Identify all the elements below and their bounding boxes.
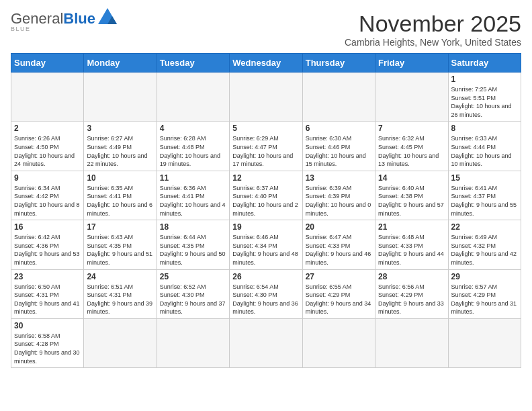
day-info: Sunrise: 6:36 AM Sunset: 4:41 PM Dayligh…: [160, 184, 226, 218]
calendar-day-cell: [302, 73, 375, 122]
day-info: Sunrise: 6:48 AM Sunset: 4:33 PM Dayligh…: [378, 233, 445, 267]
calendar-day-cell: 13Sunrise: 6:39 AM Sunset: 4:39 PM Dayli…: [302, 171, 375, 220]
day-info: Sunrise: 6:47 AM Sunset: 4:33 PM Dayligh…: [306, 233, 372, 267]
calendar-day-cell: [84, 318, 157, 367]
calendar-week-row: 1Sunrise: 7:25 AM Sunset: 5:51 PM Daylig…: [11, 73, 521, 122]
calendar-day-cell: 24Sunrise: 6:51 AM Sunset: 4:31 PM Dayli…: [84, 269, 157, 318]
calendar-header-row: SundayMondayTuesdayWednesdayThursdayFrid…: [11, 54, 521, 73]
calendar-day-cell: 14Sunrise: 6:40 AM Sunset: 4:38 PM Dayli…: [375, 171, 448, 220]
day-number: 11: [160, 173, 226, 183]
day-number: 29: [451, 272, 518, 281]
day-number: 12: [232, 173, 299, 183]
day-number: 10: [87, 173, 153, 183]
day-info: Sunrise: 6:46 AM Sunset: 4:34 PM Dayligh…: [232, 233, 299, 267]
day-number: 25: [160, 272, 226, 281]
day-info: Sunrise: 6:32 AM Sunset: 4:45 PM Dayligh…: [378, 134, 445, 168]
day-info: Sunrise: 6:50 AM Sunset: 4:31 PM Dayligh…: [14, 283, 81, 316]
day-number: 9: [14, 173, 81, 183]
day-info: Sunrise: 6:26 AM Sunset: 4:50 PM Dayligh…: [14, 134, 81, 168]
calendar-day-cell: 10Sunrise: 6:35 AM Sunset: 4:41 PM Dayli…: [84, 171, 157, 220]
calendar-day-cell: [230, 318, 302, 367]
calendar-day-cell: [375, 318, 448, 367]
calendar-week-row: 2Sunrise: 6:26 AM Sunset: 4:50 PM Daylig…: [11, 122, 521, 171]
day-number: 19: [232, 222, 299, 232]
weekday-header: Saturday: [448, 54, 521, 73]
weekday-header: Monday: [84, 54, 157, 73]
day-info: Sunrise: 6:54 AM Sunset: 4:30 PM Dayligh…: [232, 283, 299, 316]
day-number: 16: [14, 222, 81, 232]
location-title: Cambria Heights, New York, United States: [345, 37, 521, 48]
logo-subtitle: BLUE: [11, 26, 31, 32]
calendar-day-cell: 25Sunrise: 6:52 AM Sunset: 4:30 PM Dayli…: [157, 269, 229, 318]
calendar-day-cell: 21Sunrise: 6:48 AM Sunset: 4:33 PM Dayli…: [375, 220, 448, 269]
logo: GeneralBlue BLUE: [11, 11, 117, 32]
day-number: 6: [306, 124, 372, 133]
page-header: GeneralBlue BLUE November 2025 Cambria H…: [11, 11, 521, 48]
calendar-day-cell: 1Sunrise: 7:25 AM Sunset: 5:51 PM Daylig…: [448, 73, 521, 122]
day-info: Sunrise: 6:34 AM Sunset: 4:42 PM Dayligh…: [14, 184, 81, 218]
calendar-day-cell: 28Sunrise: 6:56 AM Sunset: 4:29 PM Dayli…: [375, 269, 448, 318]
calendar-day-cell: 12Sunrise: 6:37 AM Sunset: 4:40 PM Dayli…: [230, 171, 302, 220]
day-number: 4: [160, 124, 226, 133]
calendar-day-cell: 22Sunrise: 6:49 AM Sunset: 4:32 PM Dayli…: [448, 220, 521, 269]
calendar-day-cell: 15Sunrise: 6:41 AM Sunset: 4:37 PM Dayli…: [448, 171, 521, 220]
calendar-day-cell: 11Sunrise: 6:36 AM Sunset: 4:41 PM Dayli…: [157, 171, 229, 220]
calendar-day-cell: [11, 73, 84, 122]
calendar-day-cell: [230, 73, 302, 122]
day-info: Sunrise: 6:43 AM Sunset: 4:35 PM Dayligh…: [87, 233, 153, 267]
day-number: 22: [451, 222, 518, 232]
weekday-header: Friday: [375, 54, 448, 73]
calendar-day-cell: [157, 318, 229, 367]
calendar-day-cell: 4Sunrise: 6:28 AM Sunset: 4:48 PM Daylig…: [157, 122, 229, 171]
day-info: Sunrise: 6:28 AM Sunset: 4:48 PM Dayligh…: [160, 134, 226, 168]
calendar-day-cell: [84, 73, 157, 122]
calendar-day-cell: 17Sunrise: 6:43 AM Sunset: 4:35 PM Dayli…: [84, 220, 157, 269]
day-info: Sunrise: 6:41 AM Sunset: 4:37 PM Dayligh…: [451, 184, 518, 218]
calendar-day-cell: 27Sunrise: 6:55 AM Sunset: 4:29 PM Dayli…: [302, 269, 375, 318]
day-number: 13: [306, 173, 372, 183]
calendar-day-cell: 16Sunrise: 6:42 AM Sunset: 4:36 PM Dayli…: [11, 220, 84, 269]
day-number: 5: [232, 124, 299, 133]
calendar-day-cell: 30Sunrise: 6:58 AM Sunset: 4:28 PM Dayli…: [11, 318, 84, 367]
calendar-day-cell: 6Sunrise: 6:30 AM Sunset: 4:46 PM Daylig…: [302, 122, 375, 171]
calendar-day-cell: 5Sunrise: 6:29 AM Sunset: 4:47 PM Daylig…: [230, 122, 302, 171]
day-info: Sunrise: 6:57 AM Sunset: 4:29 PM Dayligh…: [451, 283, 518, 316]
weekday-header: Wednesday: [230, 54, 302, 73]
calendar-day-cell: 7Sunrise: 6:32 AM Sunset: 4:45 PM Daylig…: [375, 122, 448, 171]
weekday-header: Tuesday: [157, 54, 229, 73]
day-number: 28: [378, 272, 445, 281]
logo-text: GeneralBlue: [11, 11, 95, 26]
day-number: 3: [87, 124, 153, 133]
calendar-week-row: 30Sunrise: 6:58 AM Sunset: 4:28 PM Dayli…: [11, 318, 521, 367]
month-title: November 2025: [345, 11, 521, 37]
day-info: Sunrise: 6:52 AM Sunset: 4:30 PM Dayligh…: [160, 283, 226, 316]
calendar-day-cell: 26Sunrise: 6:54 AM Sunset: 4:30 PM Dayli…: [230, 269, 302, 318]
day-number: 7: [378, 124, 445, 133]
title-area: November 2025 Cambria Heights, New York,…: [345, 11, 521, 48]
calendar-day-cell: [448, 318, 521, 367]
day-info: Sunrise: 6:37 AM Sunset: 4:40 PM Dayligh…: [232, 184, 299, 218]
day-info: Sunrise: 6:29 AM Sunset: 4:47 PM Dayligh…: [232, 134, 299, 168]
day-info: Sunrise: 6:49 AM Sunset: 4:32 PM Dayligh…: [451, 233, 518, 267]
day-info: Sunrise: 6:55 AM Sunset: 4:29 PM Dayligh…: [306, 283, 372, 316]
calendar-day-cell: 18Sunrise: 6:44 AM Sunset: 4:35 PM Dayli…: [157, 220, 229, 269]
day-number: 23: [14, 272, 81, 281]
day-info: Sunrise: 6:42 AM Sunset: 4:36 PM Dayligh…: [14, 233, 81, 267]
day-number: 17: [87, 222, 153, 232]
day-number: 26: [232, 272, 299, 281]
day-info: Sunrise: 6:44 AM Sunset: 4:35 PM Dayligh…: [160, 233, 226, 267]
day-info: Sunrise: 6:39 AM Sunset: 4:39 PM Dayligh…: [306, 184, 372, 218]
day-info: Sunrise: 6:58 AM Sunset: 4:28 PM Dayligh…: [14, 332, 81, 365]
day-info: Sunrise: 6:30 AM Sunset: 4:46 PM Dayligh…: [306, 134, 372, 168]
day-info: Sunrise: 6:40 AM Sunset: 4:38 PM Dayligh…: [378, 184, 445, 218]
day-info: Sunrise: 7:25 AM Sunset: 5:51 PM Dayligh…: [451, 85, 518, 119]
calendar-table: SundayMondayTuesdayWednesdayThursdayFrid…: [11, 53, 521, 368]
day-number: 24: [87, 272, 153, 281]
calendar-day-cell: [375, 73, 448, 122]
day-number: 27: [306, 272, 372, 281]
day-number: 8: [451, 124, 518, 133]
day-number: 18: [160, 222, 226, 232]
calendar-week-row: 23Sunrise: 6:50 AM Sunset: 4:31 PM Dayli…: [11, 269, 521, 318]
day-number: 21: [378, 222, 445, 232]
day-info: Sunrise: 6:51 AM Sunset: 4:31 PM Dayligh…: [87, 283, 153, 316]
